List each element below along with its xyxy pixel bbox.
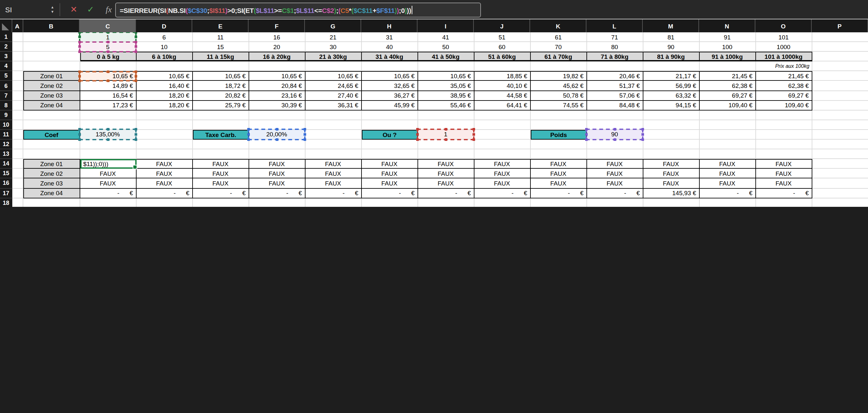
- row-header-17[interactable]: 17: [0, 188, 12, 198]
- stepper-up-icon[interactable]: ▲: [51, 5, 54, 9]
- cell-O4[interactable]: Prix aux 100kg: [756, 62, 812, 71]
- cell-P6[interactable]: [812, 81, 868, 91]
- cell-I17[interactable]: - €: [418, 188, 474, 198]
- cell-H7[interactable]: 36,27 €: [362, 91, 418, 101]
- cell-M9[interactable]: [643, 110, 700, 120]
- cell-P4[interactable]: [812, 62, 868, 71]
- cell-M18[interactable]: [643, 198, 700, 207]
- cell-I1[interactable]: 41: [418, 32, 474, 42]
- cell-P9[interactable]: [812, 110, 868, 120]
- cell-F15[interactable]: FAUX: [249, 169, 305, 179]
- cell-F11[interactable]: 20,00%: [249, 130, 305, 140]
- cell-D14[interactable]: FAUX: [136, 159, 192, 169]
- cell-C8[interactable]: 17,23 €: [80, 101, 136, 110]
- cell-K18[interactable]: [530, 198, 587, 207]
- cell-I12[interactable]: [418, 140, 474, 149]
- col-header-K[interactable]: K: [530, 20, 586, 32]
- cell-C5[interactable]: 10,65 €: [80, 71, 136, 81]
- cell-F4[interactable]: [249, 62, 305, 71]
- row-header-2[interactable]: 2: [0, 42, 12, 52]
- cell-I4[interactable]: [418, 62, 474, 71]
- cell-G8[interactable]: 36,31 €: [305, 101, 362, 110]
- cell-N1[interactable]: 91: [700, 32, 756, 42]
- cell-O7[interactable]: 69,27 €: [756, 91, 812, 101]
- cell-D18[interactable]: [136, 198, 192, 207]
- row-header-18[interactable]: 18: [0, 198, 12, 207]
- cell-P3[interactable]: [812, 52, 868, 61]
- cell-L10[interactable]: [587, 120, 643, 130]
- cell-B14[interactable]: Zone 01: [23, 159, 80, 169]
- cell-E11[interactable]: Taxe Carb.: [192, 130, 249, 140]
- col-header-D[interactable]: D: [136, 20, 192, 32]
- cell-O8[interactable]: 109,40 €: [756, 101, 812, 110]
- cell-A4[interactable]: [12, 62, 23, 71]
- cell-E2[interactable]: 15: [192, 42, 249, 52]
- col-header-A[interactable]: A: [12, 20, 23, 32]
- cell-F8[interactable]: 30,39 €: [249, 101, 305, 110]
- cell-H12[interactable]: [362, 140, 418, 149]
- cell-A7[interactable]: [12, 91, 23, 101]
- confirm-button[interactable]: ✓: [82, 1, 99, 18]
- cell-G16[interactable]: FAUX: [305, 179, 362, 188]
- cell-N14[interactable]: FAUX: [700, 159, 756, 169]
- cell-D1[interactable]: 6: [136, 32, 192, 42]
- cell-D10[interactable]: [136, 120, 192, 130]
- cell-O6[interactable]: 62,38 €: [756, 81, 812, 91]
- cell-B15[interactable]: Zone 02: [23, 169, 80, 179]
- cell-A10[interactable]: [12, 120, 23, 130]
- cell-A8[interactable]: [12, 101, 23, 110]
- cell-B12[interactable]: [23, 140, 80, 149]
- cell-C6[interactable]: 14,89 €: [80, 81, 136, 91]
- row-header-11[interactable]: 11: [0, 130, 12, 140]
- cell-N4[interactable]: [700, 62, 756, 71]
- cell-A9[interactable]: [12, 110, 23, 120]
- cell-O15[interactable]: FAUX: [756, 169, 812, 179]
- row-header-10[interactable]: 10: [0, 120, 12, 130]
- cell-J4[interactable]: [474, 62, 530, 71]
- row-header-6[interactable]: 6: [0, 81, 12, 91]
- cell-L15[interactable]: FAUX: [587, 169, 643, 179]
- cell-F7[interactable]: 23,16 €: [249, 91, 305, 101]
- cell-J13[interactable]: [474, 149, 530, 159]
- cell-J14[interactable]: FAUX: [474, 159, 530, 169]
- cell-A3[interactable]: [12, 52, 23, 61]
- cell-D5[interactable]: 10,65 €: [136, 71, 192, 81]
- cell-O9[interactable]: [756, 110, 812, 120]
- cell-K10[interactable]: [530, 120, 587, 130]
- cell-H11[interactable]: Ou ?: [362, 130, 418, 140]
- cell-F16[interactable]: FAUX: [249, 179, 305, 188]
- cell-D8[interactable]: 18,20 €: [136, 101, 192, 110]
- col-header-F[interactable]: F: [249, 20, 305, 32]
- cell-K1[interactable]: 61: [530, 32, 587, 42]
- cell-A17[interactable]: [12, 188, 23, 198]
- cell-I8[interactable]: 55,46 €: [418, 101, 474, 110]
- cell-M17[interactable]: 145,93 €: [643, 188, 700, 198]
- cell-F2[interactable]: 20: [249, 42, 305, 52]
- cell-J16[interactable]: FAUX: [474, 179, 530, 188]
- cell-E6[interactable]: 18,72 €: [192, 81, 249, 91]
- cell-M6[interactable]: 56,99 €: [643, 81, 700, 91]
- cell-E9[interactable]: [192, 110, 249, 120]
- cell-G12[interactable]: [305, 140, 362, 149]
- cell-F17[interactable]: - €: [249, 188, 305, 198]
- cell-F18[interactable]: [249, 198, 305, 207]
- cell-C13[interactable]: [80, 149, 136, 159]
- cell-D3[interactable]: 6 à 10kg: [136, 52, 192, 61]
- cell-K4[interactable]: [530, 62, 587, 71]
- cell-L16[interactable]: FAUX: [587, 179, 643, 188]
- cell-N5[interactable]: 21,45 €: [700, 71, 756, 81]
- cell-G3[interactable]: 21 à 30kg: [305, 52, 362, 61]
- cell-L8[interactable]: 84,48 €: [587, 101, 643, 110]
- row-header-13[interactable]: 13: [0, 149, 12, 159]
- cell-G11[interactable]: [305, 130, 362, 140]
- cell-N13[interactable]: [700, 149, 756, 159]
- cell-P11[interactable]: [812, 130, 868, 140]
- cell-H3[interactable]: 31 à 40kg: [362, 52, 418, 61]
- cell-I14[interactable]: FAUX: [418, 159, 474, 169]
- cell-A6[interactable]: [12, 81, 23, 91]
- cell-C14[interactable]: $11));0))): [80, 159, 136, 169]
- fill-handle[interactable]: [132, 165, 137, 170]
- cell-H13[interactable]: [362, 149, 418, 159]
- cell-M3[interactable]: 81 à 90kg: [643, 52, 700, 61]
- cell-F5[interactable]: 10,65 €: [249, 71, 305, 81]
